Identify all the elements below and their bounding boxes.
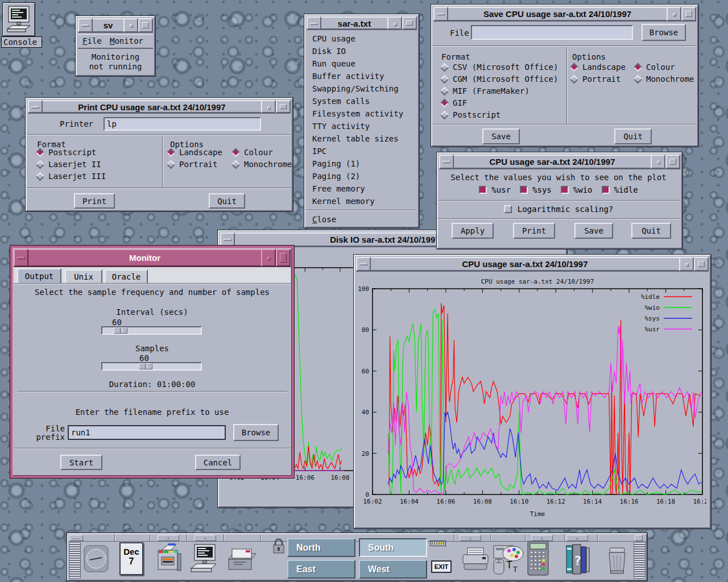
radio-diamond-icon[interactable] xyxy=(231,148,241,157)
panel-corner-button[interactable] xyxy=(635,535,643,541)
printer-icon[interactable] xyxy=(460,544,491,574)
minimize-button[interactable] xyxy=(667,7,681,21)
file-prefix-input[interactable] xyxy=(68,425,226,440)
cancel-button[interactable]: Cancel xyxy=(195,455,241,470)
minimize-button[interactable] xyxy=(651,155,665,169)
list-item-swapping-switching[interactable]: Swapping/Switching xyxy=(305,82,416,95)
minimize-button[interactable] xyxy=(123,18,138,32)
print-format-laserjet-ii[interactable]: Laserjet II xyxy=(37,160,101,169)
window-menu-button[interactable] xyxy=(356,257,371,271)
workspace-south-button[interactable]: South xyxy=(359,538,427,557)
list-item-tty-activity[interactable]: TTY activity xyxy=(305,120,416,132)
tab-unix[interactable]: Unix xyxy=(65,269,102,283)
value-checkbox-wio[interactable]: %wio xyxy=(561,185,593,194)
radio-diamond-icon[interactable] xyxy=(634,74,643,84)
print-orientation-landscape[interactable]: Landscape xyxy=(168,148,222,157)
window-menu-button[interactable] xyxy=(14,249,28,267)
file-list-titlebar[interactable]: sar-a.txt xyxy=(307,16,417,30)
list-item-cpu-usage[interactable]: CPU usage xyxy=(305,32,416,45)
print-format-laserjet-iii[interactable]: Laserjet III xyxy=(37,172,106,181)
quit-button[interactable]: Quit xyxy=(614,128,652,144)
radio-diamond-icon[interactable] xyxy=(167,160,176,169)
subpanel-arrow-apps[interactable]: ▲ xyxy=(195,535,216,541)
minimize-button[interactable] xyxy=(679,257,694,271)
radio-diamond-icon[interactable] xyxy=(570,63,579,72)
panel-menu-button[interactable] xyxy=(69,535,83,541)
list-item-free-memory[interactable]: Free memory xyxy=(305,182,416,195)
save-colour-colour[interactable]: Colour xyxy=(635,63,675,72)
list-item-ipc[interactable]: IPC xyxy=(305,145,416,157)
calculator-icon[interactable] xyxy=(524,540,552,577)
console-desktop-icon[interactable] xyxy=(2,2,35,36)
browse-button[interactable]: Browse xyxy=(233,424,279,441)
radio-diamond-icon[interactable] xyxy=(570,74,579,84)
radio-diamond-icon[interactable] xyxy=(36,148,45,157)
value-checkbox-usr[interactable]: %usr xyxy=(479,185,511,194)
list-item-buffer-activity[interactable]: Buffer activity xyxy=(305,70,416,82)
mail-icon[interactable] xyxy=(225,543,259,575)
help-icon[interactable]: ? xyxy=(563,542,592,577)
interval-slider[interactable] xyxy=(101,326,202,335)
samples-slider-handle[interactable] xyxy=(139,363,152,369)
maximize-button[interactable] xyxy=(665,155,680,169)
print-colour-colour[interactable]: Colour xyxy=(233,148,273,157)
values-titlebar[interactable]: CPU usage sar-a.txt 24/10/1997 xyxy=(439,155,680,169)
list-item-kernel-memory[interactable]: Kernel memory xyxy=(305,195,416,207)
subpanel-arrow-files[interactable]: ▲ xyxy=(158,535,179,541)
minimize-button[interactable] xyxy=(387,16,402,30)
radio-diamond-icon[interactable] xyxy=(167,148,176,157)
radio-diamond-icon[interactable] xyxy=(440,98,449,107)
monitor-titlebar[interactable]: Monitor xyxy=(14,249,291,267)
radio-diamond-icon[interactable] xyxy=(440,63,449,72)
window-menu-button[interactable] xyxy=(220,232,235,247)
trash-icon[interactable] xyxy=(604,542,629,577)
checkbox-icon[interactable] xyxy=(520,186,528,194)
save-orientation-portrait[interactable]: Portrait xyxy=(571,74,621,84)
save-format-cgm-microsoft-office-[interactable]: CGM (Microsoft Office) xyxy=(441,74,558,84)
print-format-postscript[interactable]: Postscript xyxy=(37,148,96,157)
file-manager-icon[interactable] xyxy=(154,542,183,576)
window-menu-button[interactable] xyxy=(433,7,448,21)
print-titlebar[interactable]: Print CPU usage sar-a.txt 24/10/1997 xyxy=(28,100,291,114)
subpanel-arrow-printer[interactable]: ▲ xyxy=(460,535,481,541)
list-item-paging-1-[interactable]: Paging (1) xyxy=(305,157,416,170)
workspace-north-button[interactable]: North xyxy=(287,538,355,557)
list-item-run-queue[interactable]: Run queue xyxy=(305,57,416,70)
radio-diamond-icon[interactable] xyxy=(440,110,449,119)
window-menu-button[interactable] xyxy=(307,16,321,30)
tab-output[interactable]: Output xyxy=(17,268,61,283)
samples-slider[interactable] xyxy=(101,362,202,371)
maximize-button[interactable] xyxy=(276,249,291,267)
workspace-west-button[interactable]: West xyxy=(359,560,427,579)
radio-diamond-icon[interactable] xyxy=(36,172,45,181)
list-item-kernel-table-sizes[interactable]: Kernel table sizes xyxy=(305,132,416,145)
interval-slider-handle[interactable] xyxy=(114,327,127,334)
save-format-gif[interactable]: GIF xyxy=(441,98,467,107)
window-menu-button[interactable] xyxy=(439,155,454,169)
calendar-icon[interactable]: Dec 7 xyxy=(119,542,143,575)
start-button[interactable]: Start xyxy=(60,455,102,470)
save-button[interactable]: Save xyxy=(574,223,613,239)
checkbox-icon[interactable] xyxy=(602,186,610,194)
radio-diamond-icon[interactable] xyxy=(231,160,241,169)
exit-button[interactable]: EXIT xyxy=(431,560,452,573)
list-item-paging-2-[interactable]: Paging (2) xyxy=(305,170,416,182)
window-menu-button[interactable] xyxy=(78,18,93,32)
save-button[interactable]: Save xyxy=(482,128,520,144)
checkbox-icon[interactable] xyxy=(561,186,569,194)
list-item-system-calls[interactable]: System calls xyxy=(305,95,416,107)
maximize-button[interactable] xyxy=(276,100,291,113)
save-colour-monochrome[interactable]: Monochrome xyxy=(635,74,694,84)
value-checkbox-sys[interactable]: %sys xyxy=(520,185,552,194)
radio-diamond-icon[interactable] xyxy=(36,160,45,169)
save-format-postscript[interactable]: Postscript xyxy=(441,110,500,119)
print-orientation-portrait[interactable]: Portrait xyxy=(168,160,217,169)
sv-titlebar[interactable]: sv xyxy=(78,18,153,33)
lock-icon[interactable] xyxy=(272,538,286,555)
cpu-plot-titlebar[interactable]: CPU usage sar-a.txt 24/10/1997 xyxy=(356,257,709,272)
checkbox-icon[interactable] xyxy=(479,186,487,194)
value-checkbox-idle[interactable]: %idle xyxy=(602,185,638,194)
minimize-button[interactable] xyxy=(261,100,276,113)
minimize-button[interactable] xyxy=(261,249,276,267)
menu-file[interactable]: File xyxy=(82,36,102,45)
